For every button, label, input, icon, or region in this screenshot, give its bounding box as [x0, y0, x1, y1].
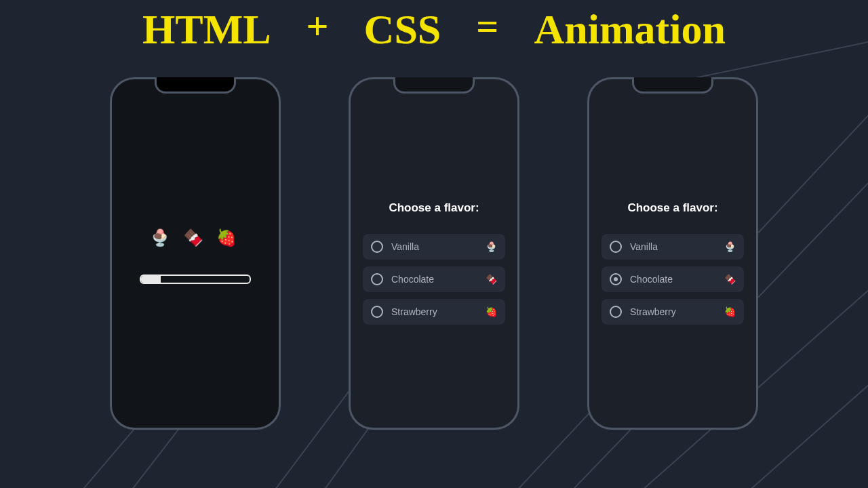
option-label: Chocolate [391, 274, 486, 285]
page-title: HTML + CSS = Animation [0, 0, 868, 50]
ice-cream-icon: 🍨 [150, 228, 174, 247]
flavor-option-vanilla[interactable]: Vanilla 🍨 [601, 234, 744, 260]
strawberry-icon: 🍓 [486, 306, 497, 317]
flavor-option-strawberry[interactable]: Strawberry 🍓 [363, 299, 505, 325]
flavor-prompt: Choose a flavor: [363, 201, 505, 215]
radio-icon [371, 273, 383, 285]
chocolate-icon: 🍫 [486, 274, 497, 285]
strawberry-icon: 🍓 [724, 306, 736, 317]
option-label: Vanilla [630, 241, 724, 252]
title-word-anim: Animation [534, 8, 725, 50]
ice-cream-icon: 🍨 [724, 241, 736, 252]
phone-notch [632, 77, 713, 94]
phone-frame-animation: Choose a flavor: Vanilla 🍨 Chocolate 🍫 S… [587, 77, 758, 430]
progress-bar [140, 274, 251, 284]
option-label: Strawberry [391, 306, 486, 317]
flavor-prompt: Choose a flavor: [601, 201, 744, 215]
radio-icon [371, 241, 383, 253]
flavor-option-chocolate[interactable]: Chocolate 🍫 [363, 266, 505, 292]
phone-notch [155, 77, 236, 94]
radio-icon [610, 306, 622, 318]
flavor-option-chocolate[interactable]: Chocolate 🍫 [601, 266, 744, 292]
chocolate-icon: 🍫 [183, 228, 208, 247]
radio-icon [371, 306, 383, 318]
radio-icon-selected [610, 273, 622, 285]
option-label: Chocolate [630, 274, 724, 285]
flavor-option-strawberry[interactable]: Strawberry 🍓 [601, 299, 744, 325]
title-word-html: HTML [142, 8, 271, 50]
flavor-option-list: Vanilla 🍨 Chocolate 🍫 Strawberry 🍓 [601, 234, 744, 325]
title-word-css: CSS [364, 8, 441, 50]
progress-bar-fill [141, 276, 161, 283]
strawberry-icon: 🍓 [216, 228, 241, 247]
chocolate-icon: 🍫 [724, 274, 736, 285]
title-plus: + [307, 7, 329, 46]
title-equals: = [476, 7, 498, 46]
phone-frame-css: Choose a flavor: Vanilla 🍨 Chocolate 🍫 S… [349, 77, 519, 430]
flavor-option-vanilla[interactable]: Vanilla 🍨 [363, 234, 505, 260]
ice-cream-icon: 🍨 [486, 241, 497, 252]
option-label: Strawberry [630, 306, 724, 317]
phone-frame-html: 🍨 🍫 🍓 [110, 77, 281, 430]
phone-notch [393, 77, 475, 94]
option-label: Vanilla [391, 241, 486, 252]
radio-icon [610, 241, 622, 253]
flavor-option-list: Vanilla 🍨 Chocolate 🍫 Strawberry 🍓 [363, 234, 505, 325]
loader-icons-row: 🍨 🍫 🍓 [124, 228, 267, 247]
